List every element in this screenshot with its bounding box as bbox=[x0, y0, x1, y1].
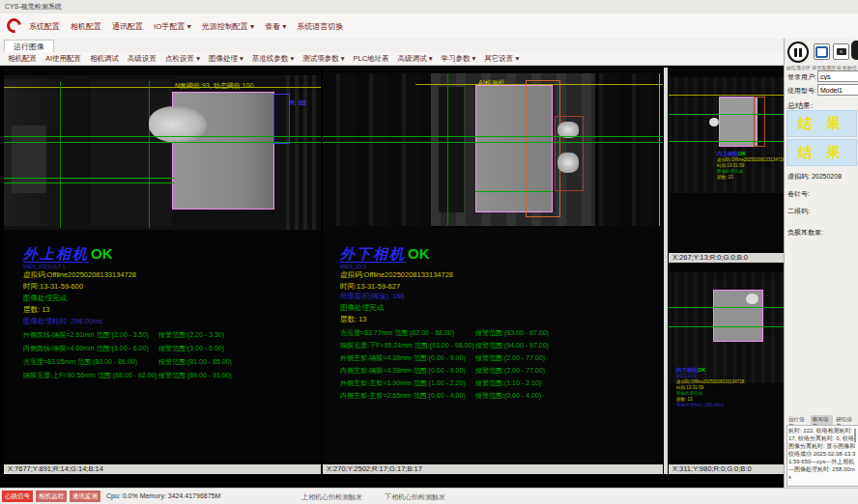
camera-view-outer-bottom[interactable]: AI检测框 外下相机OK MES_ID:0 虚拟码:Offline2025020… bbox=[323, 68, 663, 474]
bright-blob bbox=[558, 153, 579, 173]
mes-line: MES_ID:0 bbox=[340, 264, 366, 269]
measurement-row: 隔膜宽度-上F=90.56mm 范围:(88.00 - 92.00) 报警范围:… bbox=[23, 371, 313, 384]
measure-line-green bbox=[4, 178, 174, 179]
pin-number-label: 卷针号: bbox=[787, 189, 810, 199]
camera-view-outer-top[interactable]: N面阈值:93, 动态阈值:100 R: 88 外上相机OK MES_RESUL… bbox=[4, 68, 321, 474]
toolbar-item[interactable]: 基准线参数 ▾ bbox=[252, 54, 294, 64]
guide-line-vertical bbox=[60, 81, 61, 228]
menu-item[interactable]: 通讯配置 bbox=[112, 21, 143, 32]
camera-view-inner-top[interactable]: 内上相机OK 虚拟码:Offline20250208133134728 时间:1… bbox=[669, 68, 784, 263]
measure-line-green bbox=[669, 114, 784, 115]
menu-bar: 系统配置相机配置通讯配置IO手配置 ▾光源控制配置 ▾查看 ▾系统语言切换 bbox=[0, 14, 858, 40]
baseline-yellow bbox=[669, 95, 784, 96]
camera-name: 外下相机 bbox=[340, 245, 406, 263]
run-log[interactable]: 耗时: 222, 纹络检测耗时: 17, 纹络分离耗时: 0, 纹络图像分离耗时… bbox=[786, 425, 858, 487]
app-window: CYS-视觉检测系统 系统配置相机配置通讯配置IO手配置 ▾光源控制配置 ▾查看… bbox=[0, 0, 858, 504]
horn-icon[interactable] bbox=[851, 41, 858, 60]
toolbar-item[interactable]: 其它设置 ▾ bbox=[484, 54, 519, 64]
guide-line-vertical bbox=[149, 81, 150, 228]
camera-name: 内下相机 bbox=[676, 367, 698, 373]
baseline-yellow bbox=[4, 87, 321, 88]
measurement-list: 壳宽度=83.77mm 范围:(82.00 - 88.00) 报警范围:(83.… bbox=[340, 328, 659, 404]
roi-label: R: 88 bbox=[290, 99, 306, 106]
cell-region-box bbox=[719, 97, 758, 147]
threshold-label: N面阈值:93, 动态阈值:100 bbox=[175, 81, 253, 91]
bright-blob bbox=[709, 118, 719, 126]
measurement-row: 壳宽度=83.05mm 范围:(80.00 - 86.00) 报警范围:(81.… bbox=[23, 357, 313, 371]
login-user-label: 登录用户: bbox=[787, 72, 816, 82]
scrollbar-thumb[interactable] bbox=[854, 429, 856, 442]
measurement-row: 隔膜宽度-下F=95.24mm 范围:(93.00 - 98.00) 报警范围:… bbox=[340, 341, 659, 353]
measurement-text: 内侧圆线-隔膜=4.60mm 范围:(3.00 - 6.00) bbox=[23, 345, 149, 351]
camera-icon bbox=[837, 48, 846, 55]
pixel-status-line: X:311;Y:980;R:0;G:0;B:0 bbox=[669, 464, 784, 474]
toolbar-item[interactable]: 学习参数 ▾ bbox=[441, 54, 475, 64]
toolbar-item[interactable]: 点检设置 ▾ bbox=[165, 54, 200, 64]
elapsed-line: 图像处理耗时: 258.00ms bbox=[676, 403, 744, 408]
menu-item[interactable]: 查看 ▾ bbox=[265, 21, 286, 32]
machine-column bbox=[91, 79, 172, 226]
comm-monitor-badge: 通讯监测 bbox=[70, 490, 100, 502]
measure-line-green bbox=[4, 182, 174, 183]
model-field[interactable] bbox=[817, 84, 858, 96]
process-done-line: 图像处理完成 bbox=[340, 303, 384, 313]
toolbar-item[interactable]: 图像处理 ▾ bbox=[209, 54, 243, 64]
menu-item[interactable]: 系统配置 bbox=[29, 21, 60, 32]
menu-item[interactable]: 光源控制配置 ▾ bbox=[202, 21, 254, 32]
result-box-1: 结 果 bbox=[786, 110, 857, 137]
toolbar-item[interactable]: AI使用配置 bbox=[45, 54, 81, 64]
toolbar: 相机配置AI使用配置相机调试高级设置点检设置 ▾图像处理 ▾基准线参数 ▾测试项… bbox=[0, 52, 858, 66]
measurement-row: 外侧主胶-隔膜=4.38mm 范围:(0.00 - 9.00) 报警范围:(2.… bbox=[340, 353, 659, 366]
result-ok: OK bbox=[738, 151, 746, 156]
menu-item[interactable]: 相机配置 bbox=[71, 21, 101, 32]
alarm-range-text: 报警范围:(94.00 - 97.00) bbox=[475, 341, 549, 350]
pause-button[interactable] bbox=[787, 42, 809, 63]
control-panel: 缺陷显示区 研究取图区域 检验结果区域 登录用户: 使用型号: 总结果: 结 果… bbox=[784, 39, 858, 488]
time-line: 时间:13-31-59-600 bbox=[23, 282, 83, 292]
mini-result-overlay: 内上相机OK 虚拟码:Offline20250208133134728 时间:1… bbox=[717, 151, 784, 181]
camera-view-inner-bottom[interactable]: 内下相机OK MES_ID:0 虚拟码:Offline2025020813313… bbox=[669, 265, 784, 474]
measure-line-green bbox=[669, 307, 784, 308]
toolbar-item[interactable]: 高级设置 bbox=[128, 54, 157, 64]
menu-item[interactable]: 系统语言切换 bbox=[297, 21, 343, 32]
machine-stripes bbox=[286, 75, 321, 230]
process-done-line: 图像处理完成 bbox=[23, 294, 67, 303]
alarm-range-text: 报警范围:(3.00 - 6.00) bbox=[158, 344, 224, 353]
toolbar-item[interactable]: 高级调试 ▾ bbox=[398, 54, 433, 64]
measurement-text: 壳宽度=83.77mm 范围:(82.00 - 88.00) bbox=[340, 329, 454, 336]
main-area: N面阈值:93, 动态阈值:100 R: 88 外上相机OK MES_RESUL… bbox=[0, 66, 784, 488]
roi-box-orange bbox=[754, 97, 765, 147]
measure-line-green bbox=[323, 136, 663, 137]
barcode-value: 20250208 bbox=[812, 173, 842, 180]
measure-line-green bbox=[669, 141, 784, 142]
ai-box-label: AI检测框 bbox=[478, 78, 505, 88]
measurement-text: 外侧圆线-隔膜=2.91mm 范围:(2.00 - 3.50) bbox=[23, 331, 149, 338]
bright-blob bbox=[746, 294, 758, 304]
measurement-row: 壳宽度=83.77mm 范围:(82.00 - 88.00) 报警范围:(83.… bbox=[340, 328, 659, 341]
mini-result-overlay: 内下相机OK MES_ID:0 虚拟码:Offline2025020813313… bbox=[676, 367, 744, 408]
tab-run-image[interactable]: 运行图像 bbox=[4, 40, 54, 53]
toolbar-item[interactable]: 相机配置 bbox=[8, 54, 37, 64]
upper-camera-trigger-status: 上相机心拍检测触发 bbox=[301, 492, 362, 502]
alarm-range-text: 报警范围:(2.00 - 77.00) bbox=[475, 353, 545, 363]
result-ok: OK bbox=[91, 245, 113, 262]
camera-settings-button[interactable] bbox=[814, 43, 830, 60]
measurement-row: 内侧圆线-隔膜=4.60mm 范围:(3.00 - 6.00) 报警范围:(3.… bbox=[23, 344, 313, 357]
layers-line: 层数: 13 bbox=[717, 175, 784, 181]
barcode-line: 虚拟码:Offline20250208133134728 bbox=[23, 270, 136, 280]
barcode-label: 虚拟码: 20250208 bbox=[787, 172, 842, 182]
window-title: CYS-视觉检测系统 bbox=[5, 3, 62, 10]
measurement-list: 外侧圆线-隔膜=2.91mm 范围:(2.00 - 3.50) 报警范围:(2.… bbox=[23, 330, 313, 384]
snapshot-button[interactable] bbox=[833, 43, 849, 60]
splitter[interactable] bbox=[664, 68, 668, 474]
measurement-text: 壳宽度=83.05mm 范围:(80.00 - 86.00) bbox=[23, 358, 137, 365]
app-logo-icon bbox=[4, 15, 24, 36]
measure-line-green bbox=[323, 142, 663, 143]
camera-name: 外上相机 bbox=[23, 245, 89, 263]
toolbar-item[interactable]: PLC地址表 bbox=[354, 54, 389, 64]
menu-item[interactable]: IO手配置 ▾ bbox=[154, 21, 191, 32]
toolbar-item[interactable]: 相机调试 bbox=[90, 54, 119, 64]
toolbar-item[interactable]: 测试项参数 ▾ bbox=[302, 54, 344, 64]
layers-line: 层数: 13 bbox=[23, 305, 50, 315]
login-user-field[interactable] bbox=[817, 70, 858, 82]
